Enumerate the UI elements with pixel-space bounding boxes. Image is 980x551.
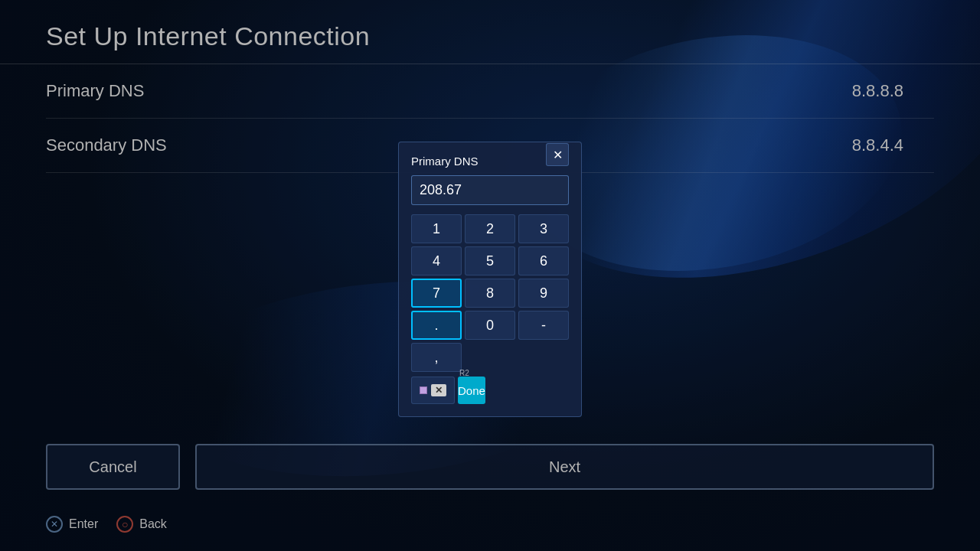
key-7[interactable]: 7	[411, 279, 462, 308]
numpad-grid: 1 2 3 4 5 6 7 8 9 . 0 - ,	[411, 214, 569, 372]
key-comma[interactable]: ,	[411, 343, 462, 372]
key-dash[interactable]: -	[518, 311, 569, 340]
key-empty-2	[518, 343, 569, 372]
key-1[interactable]: 1	[411, 214, 462, 243]
numpad-dialog: Primary DNS ✕ 1 2 3 4 5 6 7 8 9 . 0 - , …	[398, 142, 582, 417]
key-3[interactable]: 3	[518, 214, 569, 243]
numpad-input-container: ✕	[411, 175, 569, 205]
key-8[interactable]: 8	[465, 279, 515, 308]
done-button[interactable]: Done	[458, 377, 485, 404]
key-9[interactable]: 9	[518, 279, 569, 308]
done-wrapper: R2 Done	[458, 377, 569, 404]
key-5[interactable]: 5	[465, 246, 515, 276]
numpad-bottom-row: ✕ R2 Done	[411, 377, 569, 404]
key-6[interactable]: 6	[518, 246, 569, 276]
key-4[interactable]: 4	[411, 246, 462, 276]
numpad-input-field[interactable]	[411, 175, 569, 205]
square-icon	[420, 386, 427, 394]
backspace-button[interactable]: ✕	[411, 377, 455, 404]
backspace-x-label: ✕	[431, 384, 446, 396]
key-0[interactable]: 0	[465, 311, 515, 340]
close-button[interactable]: ✕	[546, 143, 569, 166]
key-empty-1	[465, 343, 515, 372]
r2-label: R2	[459, 369, 469, 377]
key-2[interactable]: 2	[465, 214, 515, 243]
key-dot[interactable]: .	[411, 311, 462, 340]
